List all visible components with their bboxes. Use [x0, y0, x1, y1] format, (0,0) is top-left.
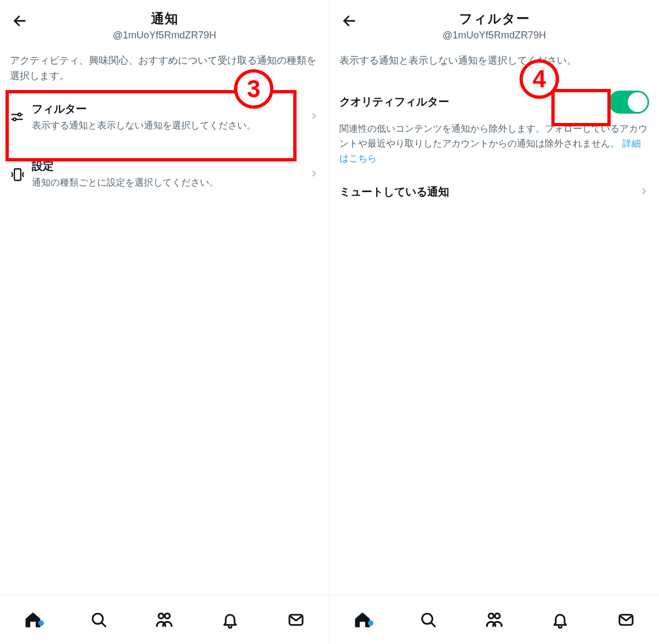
- tab-messages[interactable]: [593, 611, 659, 629]
- bell-icon: [221, 611, 239, 629]
- toggle-knob: [628, 92, 647, 112]
- svg-point-4: [13, 118, 16, 121]
- notifications-settings-pane: 通知 @1mUoYf5RmdZR79H アクティビティ、興味関心、おすすめについ…: [0, 0, 330, 644]
- filter-row[interactable]: フィルター 表示する通知と表示しない通知を選択してください。: [0, 88, 329, 146]
- chevron-right-icon: [309, 169, 319, 181]
- mail-icon: [617, 611, 635, 629]
- tab-people[interactable]: [132, 611, 198, 629]
- quality-filter-toggle[interactable]: [608, 91, 649, 114]
- preferences-subtitle: 通知の種類ごとに設定を選択してください。: [32, 176, 309, 190]
- filter-title: フィルター: [32, 102, 309, 116]
- filter-settings-pane: フィルター @1mUoYf5RmdZR79H 表示する通知と表示しない通知を選択…: [330, 0, 659, 644]
- quality-filter-title: クオリティフィルター: [339, 94, 608, 109]
- tab-home[interactable]: [0, 611, 66, 629]
- search-icon: [90, 611, 108, 629]
- back-button[interactable]: [9, 10, 31, 32]
- new-indicator-dot: [38, 620, 44, 626]
- svg-point-14: [489, 613, 494, 618]
- filter-subtitle: 表示する通知と表示しない通知を選択してください。: [32, 119, 309, 133]
- tab-messages[interactable]: [263, 611, 329, 629]
- quality-filter-desc-text: 関連性の低いコンテンツを通知から除外します。フォローしているアカウントや最近やり…: [339, 124, 647, 149]
- svg-point-3: [18, 113, 21, 116]
- svg-line-13: [431, 623, 435, 626]
- svg-point-15: [495, 613, 500, 618]
- people-icon: [155, 611, 174, 629]
- back-arrow-icon: [12, 13, 27, 29]
- tab-people[interactable]: [461, 611, 527, 629]
- home-icon: [24, 611, 42, 629]
- search-icon: [420, 611, 437, 629]
- svg-point-9: [165, 613, 170, 618]
- back-button[interactable]: [338, 10, 360, 32]
- home-icon: [353, 611, 372, 629]
- tab-home[interactable]: [330, 611, 395, 629]
- preferences-row[interactable]: 設定 通知の種類ごとに設定を選択してください。: [0, 145, 329, 203]
- bell-icon: [551, 611, 569, 629]
- sliders-icon: [10, 110, 32, 124]
- new-indicator-dot: [368, 620, 373, 626]
- tab-notifications[interactable]: [527, 611, 593, 629]
- svg-rect-5: [14, 169, 21, 180]
- preferences-title: 設定: [32, 159, 309, 173]
- muted-notifications-title: ミュートしている通知: [339, 184, 639, 199]
- svg-line-7: [102, 623, 105, 626]
- phone-vibrate-icon: [10, 167, 32, 182]
- chevron-right-icon: [309, 111, 319, 123]
- quality-filter-row: クオリティフィルター: [330, 73, 659, 119]
- bottom-tab-bar: [0, 595, 329, 644]
- back-arrow-icon: [342, 13, 357, 29]
- intro-text: アクティビティ、興味関心、おすすめについて受け取る通知の種類を選択します。: [0, 46, 329, 88]
- bottom-tab-bar: [330, 595, 659, 644]
- muted-notifications-row[interactable]: ミュートしている通知: [330, 166, 659, 218]
- people-icon: [485, 611, 504, 629]
- header: 通知 @1mUoYf5RmdZR79H: [0, 0, 329, 46]
- user-handle: @1mUoYf5RmdZR79H: [31, 30, 298, 41]
- page-title: フィルター: [360, 10, 628, 27]
- mail-icon: [287, 611, 305, 629]
- tab-search[interactable]: [395, 611, 461, 629]
- intro-text: 表示する通知と表示しない通知を選択してください。: [330, 46, 659, 73]
- page-title: 通知: [31, 10, 298, 27]
- tab-search[interactable]: [66, 611, 132, 629]
- tab-notifications[interactable]: [197, 611, 263, 629]
- svg-point-8: [159, 613, 164, 618]
- header: フィルター @1mUoYf5RmdZR79H: [330, 0, 659, 46]
- quality-filter-description: 関連性の低いコンテンツを通知から除外します。フォローしているアカウントや最近やり…: [330, 119, 659, 166]
- chevron-right-icon: [639, 186, 649, 198]
- user-handle: @1mUoYf5RmdZR79H: [360, 30, 628, 41]
